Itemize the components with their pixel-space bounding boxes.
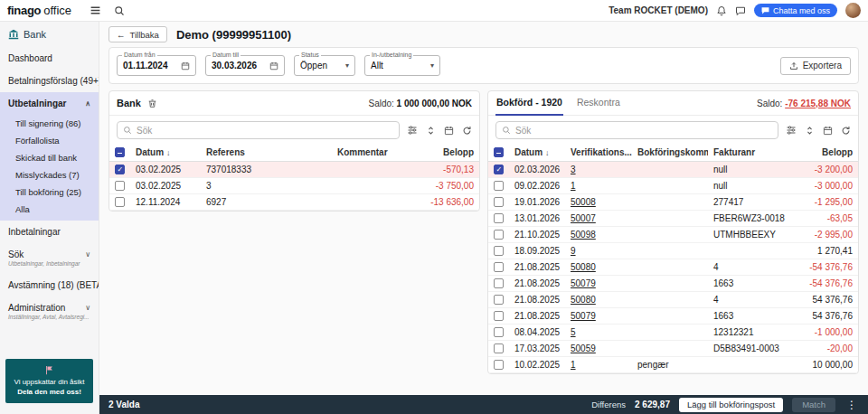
ledger-table-row[interactable]: 21.08.202550080454 376,76	[488, 292, 858, 308]
filter-settings-icon[interactable]	[407, 125, 418, 136]
sidebar-subitem-skickad-till-bank[interactable]: Skickad till bank	[0, 149, 99, 166]
ledger-table-row[interactable]: 13.01.202650007FBER6WZ3-0018-63,05	[488, 211, 858, 227]
row-checkbox[interactable]	[494, 181, 504, 191]
column-header-kommentar[interactable]: Kommentar	[332, 145, 424, 162]
sidebar-item-betalningsforslag[interactable]: Betalningsförslag (49+)	[0, 70, 99, 92]
bank-table-row[interactable]: 03.02.20253-3 750,00	[109, 178, 479, 194]
sidebar-item-inbetalningar[interactable]: Inbetalningar	[0, 221, 99, 243]
bank-table-row[interactable]: 03.02.2025737018333-570,13	[109, 162, 479, 178]
row-checkbox[interactable]	[115, 181, 125, 191]
chat-with-us-button[interactable]: Chatta med oss	[754, 4, 837, 17]
tab-bokford[interactable]: Bokförd - 1920	[495, 91, 563, 116]
ledger-table-row[interactable]: 08.04.2025512312321-1 000,00	[488, 325, 858, 341]
sidebar-item-avstamning[interactable]: Avstämning (18) (BETA)	[0, 274, 99, 296]
ledger-table-row[interactable]: 18.09.202591 270,41	[488, 243, 858, 259]
verification-link[interactable]: 50059	[571, 343, 596, 353]
verification-link[interactable]: 50098	[571, 230, 596, 240]
row-checkbox[interactable]	[494, 295, 504, 305]
verification-link[interactable]: 50079	[571, 311, 596, 321]
status-select[interactable]: Status Öppen ▾	[294, 55, 355, 76]
sidebar-subitem-forfallolista[interactable]: Förfallolista	[0, 132, 99, 149]
column-header-datum[interactable]: Datum ↓	[509, 145, 565, 162]
ledger-table-row[interactable]: 21.08.2025500804-54 376,76	[488, 259, 858, 276]
column-header-verifikationsnr[interactable]: Verifikations...	[565, 145, 632, 162]
row-checkbox[interactable]	[494, 311, 504, 321]
column-header-datum[interactable]: Datum ↓	[130, 145, 201, 162]
column-header-belopp[interactable]: Belopp	[424, 145, 479, 162]
ledger-table-row[interactable]: 10.02.20251pengær10 000,00	[488, 357, 858, 373]
ledger-table-row[interactable]: 21.08.2025500791663-54 376,76	[488, 276, 858, 292]
verification-link[interactable]: 9	[571, 246, 576, 256]
export-button[interactable]: Exportera	[780, 57, 851, 75]
select-all-checkbox[interactable]	[115, 147, 125, 157]
feedback-banner[interactable]: Vi uppskattar din åsikt Dela den med oss…	[5, 359, 93, 403]
date-to-field[interactable]: Datum till 30.03.2026	[205, 55, 285, 76]
sidebar-item-sok[interactable]: Sök ∨ Utbetalningar, Inbetalningar	[0, 243, 99, 274]
verification-link[interactable]: 50080	[571, 295, 596, 305]
verification-link[interactable]: 5	[571, 327, 576, 337]
match-button[interactable]: Match	[792, 398, 835, 412]
sidebar-item-bank[interactable]: Bank	[0, 22, 99, 47]
verification-link[interactable]: 1	[571, 181, 576, 191]
ledger-table-row[interactable]: 02.03.20263null-3 200,00	[488, 162, 858, 178]
ledger-table-row[interactable]: 17.03.202550059D5B83491-0003-20,00	[488, 341, 858, 357]
column-header-bokforingskommentar[interactable]: Bokföringskomme...	[632, 145, 708, 162]
add-bookkeeping-entry-button[interactable]: Lägg till bokföringspost	[679, 398, 783, 412]
verification-link[interactable]: 50079	[571, 278, 596, 288]
column-header-referens[interactable]: Referens	[201, 145, 332, 162]
ledger-table-row[interactable]: 21.10.202550098UTMHBBEEXY-2 995,00	[488, 227, 858, 243]
sidebar-item-administration[interactable]: Administration ∨ Inställningar, Avtal, A…	[0, 296, 99, 327]
bank-table-row[interactable]: 12.11.20246927-13 636,00	[109, 194, 479, 211]
calendar-icon[interactable]	[269, 61, 278, 71]
sidebar-item-utbetalningar[interactable]: Utbetalningar ∧	[0, 92, 99, 115]
ledger-saldo-value[interactable]: -76 215,88 NOK	[785, 99, 851, 108]
row-checkbox[interactable]	[494, 197, 504, 207]
user-avatar[interactable]	[845, 3, 861, 18]
calendar-icon[interactable]	[823, 126, 833, 136]
row-checkbox[interactable]	[494, 360, 504, 370]
refresh-icon[interactable]	[462, 126, 472, 136]
column-header-belopp[interactable]: Belopp	[791, 145, 858, 162]
sort-icon[interactable]	[805, 126, 815, 136]
sidebar-subitem-till-bokforing[interactable]: Till bokföring (25)	[0, 183, 99, 201]
column-header-fakturanr[interactable]: Fakturanr	[708, 145, 791, 162]
menu-icon[interactable]	[90, 5, 101, 16]
back-button[interactable]: ← Tillbaka	[108, 26, 167, 42]
tab-reskontra[interactable]: Reskontra	[576, 91, 621, 116]
select-all-checkbox[interactable]	[494, 147, 504, 157]
payment-type-select[interactable]: In-/utbetalning Allt ▾	[364, 55, 440, 76]
row-checkbox[interactable]	[494, 230, 504, 240]
verification-link[interactable]: 50007	[571, 213, 596, 223]
bank-search-input[interactable]: Sök	[117, 121, 400, 139]
filter-settings-icon[interactable]	[786, 125, 797, 136]
row-checkbox[interactable]	[494, 213, 504, 223]
kebab-menu-icon[interactable]: ⋮	[844, 399, 859, 411]
date-from-field[interactable]: Datum från 01.11.2024	[117, 55, 196, 76]
row-checkbox[interactable]	[494, 278, 504, 288]
row-checkbox[interactable]	[494, 327, 504, 337]
verification-link[interactable]: 50008	[571, 197, 596, 207]
verification-link[interactable]: 50080	[571, 262, 596, 272]
calendar-icon[interactable]	[444, 126, 454, 136]
ledger-table-row[interactable]: 19.01.202650008277417-1 295,00	[488, 194, 858, 211]
sidebar-subitem-misslyckades[interactable]: Misslyckades (7)	[0, 166, 99, 183]
chat-bubble-icon[interactable]	[735, 5, 746, 16]
search-icon[interactable]	[114, 5, 125, 16]
sort-icon[interactable]	[426, 126, 436, 136]
verification-link[interactable]: 1	[571, 360, 576, 370]
verification-link[interactable]: 3	[571, 165, 576, 174]
row-checkbox[interactable]	[494, 262, 504, 272]
sidebar-item-dashboard[interactable]: Dashboard	[0, 47, 99, 70]
ledger-table-row[interactable]: 21.08.202550079166354 376,76	[488, 308, 858, 325]
bell-icon[interactable]	[716, 5, 727, 16]
row-checkbox[interactable]	[494, 165, 504, 174]
trash-icon[interactable]	[147, 99, 157, 108]
refresh-icon[interactable]	[841, 126, 851, 136]
sidebar-subitem-till-signering[interactable]: Till signering (86)	[0, 115, 99, 132]
row-checkbox[interactable]	[494, 246, 504, 256]
ledger-table-row[interactable]: 09.02.20261null-3 000,00	[488, 178, 858, 194]
row-checkbox[interactable]	[494, 343, 504, 353]
row-checkbox[interactable]	[115, 165, 125, 174]
row-checkbox[interactable]	[115, 197, 125, 207]
ledger-search-input[interactable]: Sök	[495, 121, 778, 139]
